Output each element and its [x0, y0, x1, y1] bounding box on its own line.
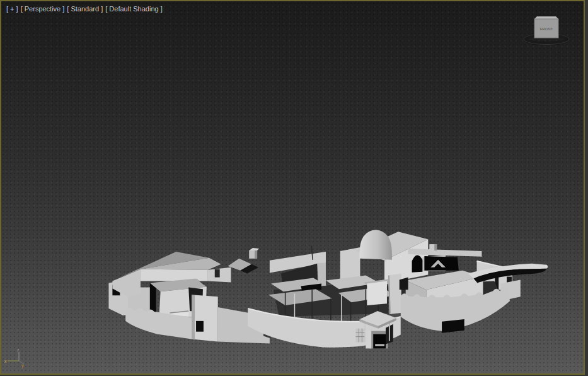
viewport-menu-shading[interactable]: [ Default Shading ]: [105, 5, 163, 13]
world-axis-gizmo: x y z: [3, 347, 28, 368]
viewcube-cube[interactable]: FRONT: [534, 16, 558, 38]
axis-y-label: y: [21, 363, 24, 368]
viewport-menu-general[interactable]: [ + ]: [6, 5, 18, 13]
axis-x-label: x: [4, 359, 7, 363]
viewcube[interactable]: FRONT: [518, 11, 575, 48]
viewport-menu-render-preset[interactable]: [ Standard ]: [67, 5, 103, 13]
perspective-viewport[interactable]: [ + ] [ Perspective ] [ Standard ] [ Def…: [0, 0, 585, 375]
viewport-3d-canvas[interactable]: [1, 1, 584, 373]
viewport-label: [ + ] [ Perspective ] [ Standard ] [ Def…: [6, 5, 163, 13]
viewcube-face-label[interactable]: FRONT: [540, 27, 553, 31]
axis-z-label: z: [17, 348, 20, 352]
viewport-menu-pov[interactable]: [ Perspective ]: [21, 5, 65, 13]
village-model[interactable]: [108, 230, 548, 348]
